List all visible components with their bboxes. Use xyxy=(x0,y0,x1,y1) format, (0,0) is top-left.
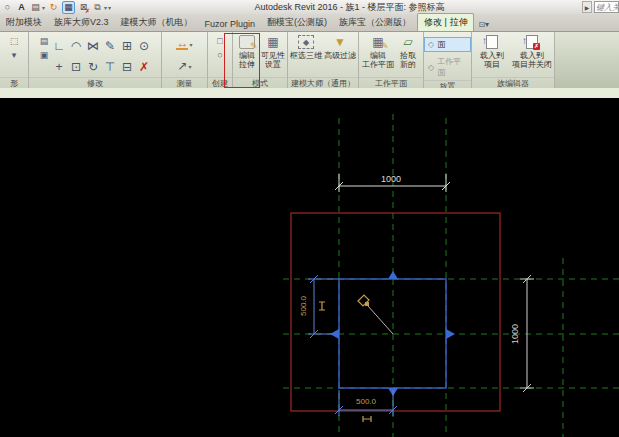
red-boundary-rectangle[interactable] xyxy=(291,213,500,411)
switch-windows-icon[interactable]: ⧉ xyxy=(92,2,103,13)
mirror-draw-icon[interactable]: ✎ xyxy=(102,35,119,56)
geometry-icon[interactable]: ⬚ xyxy=(9,36,20,46)
option-label: 工作平面 xyxy=(437,56,467,78)
button-label-line: 项目 xyxy=(484,60,500,69)
pick-new-work-plane-button[interactable]: ▱ 拾取 新的 xyxy=(395,34,421,69)
qat-customize-icon[interactable]: ▾ xyxy=(108,4,111,11)
button-label-line: 工作平面 xyxy=(362,60,394,69)
panel-work-plane: ▦✎ 编辑 工作平面 ▱ 拾取 新的 工作平面 xyxy=(359,32,424,89)
edit-work-plane-button[interactable]: ▦✎ 编辑 工作平面 xyxy=(361,34,395,69)
button-label-line: 编辑 xyxy=(239,51,255,60)
dropdown-arrow-icon[interactable]: ▾ xyxy=(42,4,45,11)
search-input[interactable]: 键入关 xyxy=(594,1,619,13)
dimension-right-value[interactable]: 1000 xyxy=(510,324,520,344)
dimension-top-value[interactable]: 1000 xyxy=(381,174,401,184)
dropdown-arrow-icon[interactable]: ▾ xyxy=(104,4,107,11)
tab-fanmobao[interactable]: 翻模宝(公测版) xyxy=(261,14,333,31)
drawing-area[interactable]: 1000 500.0 1000 500.0 xyxy=(0,98,619,437)
dropdown-arrow-icon[interactable]: ▾ xyxy=(189,41,192,48)
grid-view-icon[interactable]: ▦ xyxy=(62,1,75,14)
paste-icon[interactable]: ▣ xyxy=(39,50,50,60)
button-label-line: 框选三维 xyxy=(290,51,322,60)
load-into-project-and-close-button[interactable]: ↑✗ 载入到 项目并关闭 xyxy=(511,34,553,69)
dimension-left-value[interactable]: 500.0 xyxy=(299,295,308,316)
edit-extrusion-icon: ✎ xyxy=(239,34,256,50)
pencil-icon: ✎ xyxy=(381,42,389,51)
text-icon[interactable]: A xyxy=(16,2,27,13)
tab-fuzor-plugin[interactable]: Fuzor Plugin xyxy=(199,17,262,31)
button-label-line: 拾取 xyxy=(400,51,416,60)
mirror-pick-icon[interactable]: ⋈ xyxy=(85,35,102,56)
load-into-project-button[interactable]: ↑ 载入到 项目 xyxy=(473,34,511,69)
ribbon-state-toggle-icon[interactable]: ⊡▾ xyxy=(474,18,493,31)
close-hidden-windows-icon[interactable]: ⊠✗ xyxy=(78,2,89,13)
trim-icon[interactable]: ⊤ xyxy=(102,56,119,77)
pin-icon[interactable]: ⊙ xyxy=(136,35,153,56)
ribbon: ⬚ ▾ 形 ▤ ▣ ∟ ◠ ⋈ ✎ ⊞ ⊙ + ⊡ ↻ ⊤ ⊟ xyxy=(0,31,619,90)
pencil-icon: ✎ xyxy=(250,42,258,51)
up-arrow-icon: ↑ xyxy=(482,36,487,45)
drag-arrow-right[interactable] xyxy=(446,329,455,339)
tab-modify-extrusion[interactable]: 修改 | 拉伸 xyxy=(417,13,474,31)
work-plane-symbol[interactable] xyxy=(358,295,393,334)
edit-work-plane-icon: ▦✎ xyxy=(370,34,387,50)
placement-option-work-plane[interactable]: ◇ 工作平面 xyxy=(424,54,471,80)
dimension-left[interactable] xyxy=(308,275,339,338)
infocenter: ▶ 键入关 xyxy=(582,1,619,13)
dropdown-arrow-icon[interactable]: ▾ xyxy=(189,63,192,70)
tab-zuku-master[interactable]: 族库大师V2.3 xyxy=(48,14,115,31)
array-icon[interactable]: ⊞ xyxy=(119,35,136,56)
rotate-icon[interactable]: ↻ xyxy=(85,56,102,77)
properties-icon[interactable]: ▤ xyxy=(39,36,50,46)
split-icon[interactable]: ⊟ xyxy=(119,56,136,77)
box-select-3d-button[interactable]: ◆ 框选三维 xyxy=(289,34,323,60)
edit-extrusion-button[interactable]: ✎ 编辑 拉伸 xyxy=(234,34,260,69)
create-group-icon[interactable]: □ xyxy=(215,36,226,46)
box-select-3d-icon: ◆ xyxy=(298,34,315,50)
infocenter-expand-icon[interactable]: ▶ xyxy=(582,1,592,13)
option-label: 面 xyxy=(437,39,445,50)
thin-lines-icon[interactable]: ○ xyxy=(2,2,13,13)
button-label-line: 载入到 xyxy=(520,51,544,60)
document-shape: ↑ xyxy=(486,35,498,49)
panel-modify: ▤ ▣ ∟ ◠ ⋈ ✎ ⊞ ⊙ + ⊡ ↻ ⊤ ⊟ ✗ 修改 xyxy=(29,32,162,89)
advanced-filter-button[interactable]: ▼ 高级过滤 xyxy=(323,34,357,60)
measure-linear-button[interactable]: ↔ ▾ xyxy=(176,34,192,54)
leader-line xyxy=(368,306,393,334)
measure-angular-button[interactable]: ↗ ▾ xyxy=(177,56,191,76)
align-icon[interactable]: ∟ xyxy=(51,35,68,56)
load-into-project-icon: ↑ xyxy=(484,34,501,50)
drag-arrow-up[interactable] xyxy=(388,271,398,279)
create-similar-icon[interactable]: ○ xyxy=(215,50,226,60)
window-title: Autodesk Revit 2016 - 族1 - 楼层平面: 参照标高 xyxy=(120,1,579,14)
tab-modeling-master-mep[interactable]: 建模大师（机电） xyxy=(115,14,199,31)
plane-icon: ◇ xyxy=(428,63,434,72)
button-label-line: 新的 xyxy=(400,60,416,69)
document-shape: ↑✗ xyxy=(526,35,538,49)
copy-icon[interactable]: ⊡ xyxy=(68,56,85,77)
pick-new-icon: ▱ xyxy=(400,34,417,50)
grip-square[interactable] xyxy=(365,302,369,306)
tab-zukubao[interactable]: 族库宝（公测版） xyxy=(333,14,417,31)
open-padlock-icon[interactable] xyxy=(363,416,371,422)
button-label-line: 拉伸 xyxy=(239,60,255,69)
placement-option-face[interactable]: ◇ 面 xyxy=(424,37,471,52)
geometry-dropdown-icon[interactable]: ▾ xyxy=(9,50,20,60)
dimension-right[interactable] xyxy=(520,275,534,392)
move-icon[interactable]: + xyxy=(51,56,68,77)
red-x-badge: ✗ xyxy=(533,43,540,50)
reference-planes xyxy=(283,114,619,437)
button-label-line: 可见性 xyxy=(261,51,285,60)
button-label-line: 编辑 xyxy=(370,51,386,60)
sync-icon[interactable]: ↻ xyxy=(48,2,59,13)
funnel-shape: ▼ xyxy=(334,38,346,47)
quick-access-toolbar: ○ A ▤ ▾ ↻ ▦ ⊠✗ ⧉ ▾ ▾ xyxy=(2,1,111,13)
offset-icon[interactable]: ◠ xyxy=(68,35,85,56)
open-padlock-icon[interactable] xyxy=(319,302,325,310)
tag-icon[interactable]: ▤ xyxy=(30,2,41,13)
dimension-bottom-value[interactable]: 500.0 xyxy=(356,397,377,406)
load-into-project-close-icon: ↑✗ xyxy=(524,34,541,50)
tab-addins[interactable]: 附加模块 xyxy=(0,14,48,31)
visibility-settings-button[interactable]: ▦ 可见性 设置 xyxy=(260,34,286,69)
delete-icon[interactable]: ✗ xyxy=(136,56,153,77)
